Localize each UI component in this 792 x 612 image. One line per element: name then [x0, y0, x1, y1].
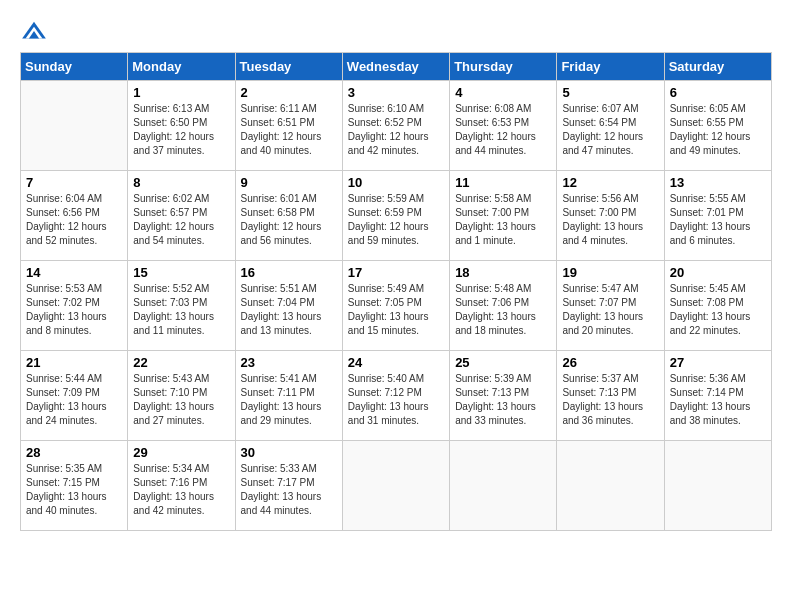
calendar-week-row: 28Sunrise: 5:35 AMSunset: 7:15 PMDayligh…	[21, 441, 772, 531]
day-number: 23	[241, 355, 337, 370]
day-number: 27	[670, 355, 766, 370]
day-info: Sunrise: 5:41 AMSunset: 7:11 PMDaylight:…	[241, 372, 337, 428]
logo-icon	[20, 20, 48, 42]
calendar-cell: 18Sunrise: 5:48 AMSunset: 7:06 PMDayligh…	[450, 261, 557, 351]
calendar-cell: 4Sunrise: 6:08 AMSunset: 6:53 PMDaylight…	[450, 81, 557, 171]
day-info: Sunrise: 5:33 AMSunset: 7:17 PMDaylight:…	[241, 462, 337, 518]
day-number: 4	[455, 85, 551, 100]
day-number: 24	[348, 355, 444, 370]
day-of-week-header: Sunday	[21, 53, 128, 81]
calendar-cell: 26Sunrise: 5:37 AMSunset: 7:13 PMDayligh…	[557, 351, 664, 441]
day-info: Sunrise: 5:40 AMSunset: 7:12 PMDaylight:…	[348, 372, 444, 428]
calendar-cell: 19Sunrise: 5:47 AMSunset: 7:07 PMDayligh…	[557, 261, 664, 351]
calendar-cell: 2Sunrise: 6:11 AMSunset: 6:51 PMDaylight…	[235, 81, 342, 171]
calendar-cell: 3Sunrise: 6:10 AMSunset: 6:52 PMDaylight…	[342, 81, 449, 171]
calendar-cell: 1Sunrise: 6:13 AMSunset: 6:50 PMDaylight…	[128, 81, 235, 171]
calendar-cell: 20Sunrise: 5:45 AMSunset: 7:08 PMDayligh…	[664, 261, 771, 351]
day-number: 8	[133, 175, 229, 190]
calendar-cell: 15Sunrise: 5:52 AMSunset: 7:03 PMDayligh…	[128, 261, 235, 351]
day-info: Sunrise: 5:59 AMSunset: 6:59 PMDaylight:…	[348, 192, 444, 248]
calendar-week-row: 21Sunrise: 5:44 AMSunset: 7:09 PMDayligh…	[21, 351, 772, 441]
day-number: 21	[26, 355, 122, 370]
day-info: Sunrise: 6:07 AMSunset: 6:54 PMDaylight:…	[562, 102, 658, 158]
day-number: 16	[241, 265, 337, 280]
day-info: Sunrise: 6:10 AMSunset: 6:52 PMDaylight:…	[348, 102, 444, 158]
day-of-week-header: Monday	[128, 53, 235, 81]
day-info: Sunrise: 5:49 AMSunset: 7:05 PMDaylight:…	[348, 282, 444, 338]
day-of-week-header: Saturday	[664, 53, 771, 81]
day-number: 7	[26, 175, 122, 190]
header	[20, 20, 772, 42]
day-number: 6	[670, 85, 766, 100]
day-of-week-header: Wednesday	[342, 53, 449, 81]
calendar-cell	[450, 441, 557, 531]
day-info: Sunrise: 5:34 AMSunset: 7:16 PMDaylight:…	[133, 462, 229, 518]
day-number: 26	[562, 355, 658, 370]
day-number: 28	[26, 445, 122, 460]
day-info: Sunrise: 5:45 AMSunset: 7:08 PMDaylight:…	[670, 282, 766, 338]
calendar-cell: 29Sunrise: 5:34 AMSunset: 7:16 PMDayligh…	[128, 441, 235, 531]
day-number: 5	[562, 85, 658, 100]
calendar-cell: 25Sunrise: 5:39 AMSunset: 7:13 PMDayligh…	[450, 351, 557, 441]
calendar-cell: 28Sunrise: 5:35 AMSunset: 7:15 PMDayligh…	[21, 441, 128, 531]
calendar-cell	[21, 81, 128, 171]
day-number: 18	[455, 265, 551, 280]
calendar-cell: 12Sunrise: 5:56 AMSunset: 7:00 PMDayligh…	[557, 171, 664, 261]
day-number: 14	[26, 265, 122, 280]
day-info: Sunrise: 5:36 AMSunset: 7:14 PMDaylight:…	[670, 372, 766, 428]
day-info: Sunrise: 6:05 AMSunset: 6:55 PMDaylight:…	[670, 102, 766, 158]
calendar-week-row: 14Sunrise: 5:53 AMSunset: 7:02 PMDayligh…	[21, 261, 772, 351]
calendar-cell: 6Sunrise: 6:05 AMSunset: 6:55 PMDaylight…	[664, 81, 771, 171]
day-info: Sunrise: 5:52 AMSunset: 7:03 PMDaylight:…	[133, 282, 229, 338]
day-info: Sunrise: 5:51 AMSunset: 7:04 PMDaylight:…	[241, 282, 337, 338]
calendar-cell: 27Sunrise: 5:36 AMSunset: 7:14 PMDayligh…	[664, 351, 771, 441]
day-info: Sunrise: 5:43 AMSunset: 7:10 PMDaylight:…	[133, 372, 229, 428]
day-number: 17	[348, 265, 444, 280]
calendar-header-row: SundayMondayTuesdayWednesdayThursdayFrid…	[21, 53, 772, 81]
day-info: Sunrise: 5:56 AMSunset: 7:00 PMDaylight:…	[562, 192, 658, 248]
day-number: 9	[241, 175, 337, 190]
calendar-week-row: 7Sunrise: 6:04 AMSunset: 6:56 PMDaylight…	[21, 171, 772, 261]
calendar-cell	[342, 441, 449, 531]
day-number: 12	[562, 175, 658, 190]
calendar-cell: 24Sunrise: 5:40 AMSunset: 7:12 PMDayligh…	[342, 351, 449, 441]
day-info: Sunrise: 6:02 AMSunset: 6:57 PMDaylight:…	[133, 192, 229, 248]
day-info: Sunrise: 5:53 AMSunset: 7:02 PMDaylight:…	[26, 282, 122, 338]
day-info: Sunrise: 5:44 AMSunset: 7:09 PMDaylight:…	[26, 372, 122, 428]
day-number: 13	[670, 175, 766, 190]
logo	[20, 20, 52, 42]
day-info: Sunrise: 6:08 AMSunset: 6:53 PMDaylight:…	[455, 102, 551, 158]
calendar-cell: 16Sunrise: 5:51 AMSunset: 7:04 PMDayligh…	[235, 261, 342, 351]
calendar-cell: 22Sunrise: 5:43 AMSunset: 7:10 PMDayligh…	[128, 351, 235, 441]
calendar-cell: 14Sunrise: 5:53 AMSunset: 7:02 PMDayligh…	[21, 261, 128, 351]
day-info: Sunrise: 5:35 AMSunset: 7:15 PMDaylight:…	[26, 462, 122, 518]
day-number: 19	[562, 265, 658, 280]
day-info: Sunrise: 5:47 AMSunset: 7:07 PMDaylight:…	[562, 282, 658, 338]
day-info: Sunrise: 5:37 AMSunset: 7:13 PMDaylight:…	[562, 372, 658, 428]
day-info: Sunrise: 6:11 AMSunset: 6:51 PMDaylight:…	[241, 102, 337, 158]
day-of-week-header: Thursday	[450, 53, 557, 81]
day-number: 2	[241, 85, 337, 100]
day-info: Sunrise: 6:13 AMSunset: 6:50 PMDaylight:…	[133, 102, 229, 158]
day-of-week-header: Friday	[557, 53, 664, 81]
day-number: 25	[455, 355, 551, 370]
day-number: 29	[133, 445, 229, 460]
calendar-cell: 11Sunrise: 5:58 AMSunset: 7:00 PMDayligh…	[450, 171, 557, 261]
day-number: 15	[133, 265, 229, 280]
calendar-cell: 21Sunrise: 5:44 AMSunset: 7:09 PMDayligh…	[21, 351, 128, 441]
day-number: 10	[348, 175, 444, 190]
day-number: 3	[348, 85, 444, 100]
day-info: Sunrise: 5:48 AMSunset: 7:06 PMDaylight:…	[455, 282, 551, 338]
calendar-cell: 13Sunrise: 5:55 AMSunset: 7:01 PMDayligh…	[664, 171, 771, 261]
day-info: Sunrise: 5:58 AMSunset: 7:00 PMDaylight:…	[455, 192, 551, 248]
day-info: Sunrise: 5:39 AMSunset: 7:13 PMDaylight:…	[455, 372, 551, 428]
calendar-cell: 7Sunrise: 6:04 AMSunset: 6:56 PMDaylight…	[21, 171, 128, 261]
calendar-cell: 30Sunrise: 5:33 AMSunset: 7:17 PMDayligh…	[235, 441, 342, 531]
day-of-week-header: Tuesday	[235, 53, 342, 81]
calendar-cell: 9Sunrise: 6:01 AMSunset: 6:58 PMDaylight…	[235, 171, 342, 261]
calendar-cell: 10Sunrise: 5:59 AMSunset: 6:59 PMDayligh…	[342, 171, 449, 261]
day-info: Sunrise: 6:01 AMSunset: 6:58 PMDaylight:…	[241, 192, 337, 248]
calendar-cell: 17Sunrise: 5:49 AMSunset: 7:05 PMDayligh…	[342, 261, 449, 351]
day-info: Sunrise: 5:55 AMSunset: 7:01 PMDaylight:…	[670, 192, 766, 248]
day-info: Sunrise: 6:04 AMSunset: 6:56 PMDaylight:…	[26, 192, 122, 248]
